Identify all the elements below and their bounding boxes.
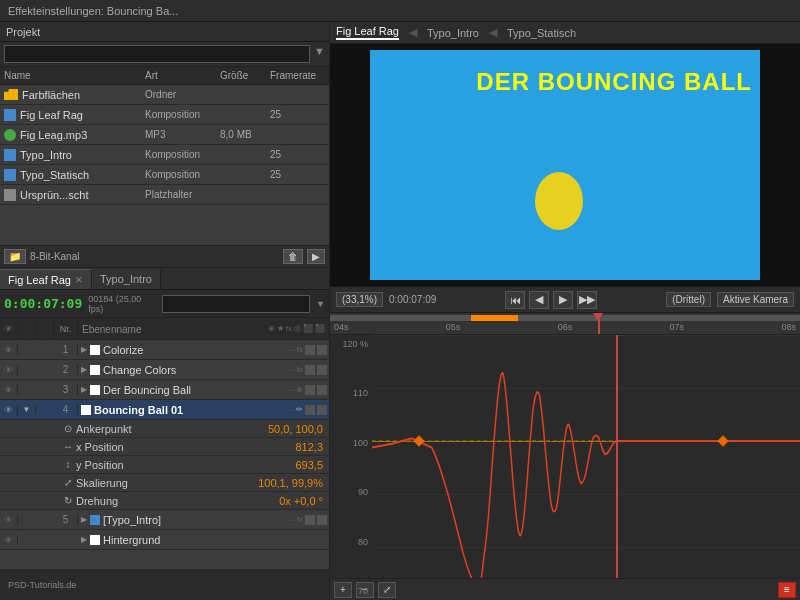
play-pause-button[interactable]: ▶ (553, 291, 573, 309)
expand-arrow-icon[interactable]: ▶ (81, 385, 87, 394)
item-size: 8,0 MB (220, 129, 270, 140)
rotation-icon: ↻ (60, 495, 76, 506)
expand-col-icon[interactable]: ▼ (23, 405, 31, 414)
quality-dropdown[interactable]: (Drittel) (666, 292, 711, 307)
item-fps: 25 (270, 149, 325, 160)
sub-property-row[interactable]: ↔ x Position 812,3 (0, 438, 329, 456)
comp-icon (4, 109, 16, 121)
graph-label-80: 80 (332, 537, 368, 547)
sub-property-row[interactable]: ⤢ Skalierung 100,1, 99,9% (0, 474, 329, 492)
project-header: Projekt (0, 22, 329, 42)
layer-row[interactable]: 👁 2 ▶ Change Colors — fx (0, 360, 329, 380)
eye-icon[interactable]: 👁 (4, 365, 13, 375)
timeline-graph: 04s 05s 06s 07s 08s 120 % (330, 312, 800, 600)
layer-color-box (90, 385, 100, 395)
layer-row-selected[interactable]: 👁 ▼ 4 Bouncing Ball 01 — (0, 400, 329, 420)
composition-view: DER BOUNCING BALL (370, 50, 760, 280)
preview-tab-typo-statisch[interactable]: Typo_Statisch (507, 27, 576, 39)
eye-icon[interactable]: 👁 (4, 345, 13, 355)
preview-tab-typo-intro[interactable]: Typo_Intro (427, 27, 479, 39)
mp3-icon (4, 129, 16, 141)
new-folder-button[interactable]: 📁 (4, 249, 26, 264)
zoom-dropdown[interactable]: (33,1%) (336, 292, 383, 307)
comp-icon (4, 169, 16, 181)
project-search-input[interactable] (4, 45, 310, 63)
sub-property-row[interactable]: ↕ y Position 693,5 (0, 456, 329, 474)
tab-fig-leaf-rag[interactable]: Fig Leaf Rag ✕ (0, 269, 92, 289)
layer-color-box (90, 515, 100, 525)
item-name: Fig Leaf Rag (20, 109, 83, 121)
placeholder-icon (4, 189, 16, 201)
sub-prop-value[interactable]: 0x +0,0 ° (279, 495, 329, 507)
tab-typo-intro[interactable]: Typo_Intro (92, 269, 161, 289)
play-button[interactable]: ⏮ (505, 291, 525, 309)
eye-icon[interactable]: 👁 (4, 515, 13, 525)
next-frame-button[interactable]: ▶▶ (577, 291, 597, 309)
list-item[interactable]: Fig Leaf Rag Komposition 25 (0, 105, 329, 125)
layer-row[interactable]: 👁 1 ▶ Colorize — fx (0, 340, 329, 360)
item-fps: 25 (270, 169, 325, 180)
prev-frame-button[interactable]: ◀ (529, 291, 549, 309)
layer-row[interactable]: 👁 3 ▶ Der Bouncing Ball — ⊕ (0, 380, 329, 400)
expand-arrow-icon[interactable]: ▶ (81, 535, 87, 544)
graph-label-70: 70 (332, 586, 368, 596)
sub-prop-value[interactable]: 50,0, 100,0 (268, 423, 329, 435)
eye-icon[interactable]: 👁 (4, 385, 13, 395)
sub-prop-value[interactable]: 812,3 (295, 441, 329, 453)
list-item[interactable]: Farbflächen Ordner (0, 85, 329, 105)
item-name: Fig Leag.mp3 (20, 129, 87, 141)
list-item[interactable]: Fig Leag.mp3 MP3 8,0 MB (0, 125, 329, 145)
graph-fit[interactable]: ⤢ (378, 582, 396, 598)
close-icon[interactable]: ✕ (75, 275, 83, 285)
expand-arrow-icon[interactable]: ▶ (81, 515, 87, 524)
timeline-search-input[interactable] (162, 295, 310, 313)
sub-prop-label: Drehung (76, 495, 279, 507)
list-item[interactable]: Typo_Intro Komposition 25 (0, 145, 329, 165)
graph-bottom-bar: + − ⤢ ≡ (330, 578, 800, 600)
sub-prop-label: y Position (76, 459, 295, 471)
list-item[interactable]: Ursprün...scht Platzhalter (0, 185, 329, 205)
delete-button[interactable]: 🗑 (283, 249, 303, 264)
graph-svg (372, 335, 800, 600)
graph-label-120: 120 % (332, 339, 368, 349)
tab-label: Fig Leaf Rag (8, 274, 71, 286)
sub-property-row[interactable]: ⊙ Ankerpunkt 50,0, 100,0 (0, 420, 329, 438)
right-arrow-button[interactable]: ▶ (307, 249, 325, 264)
layer-row[interactable]: 👁 5 ▶ [Typo_Intro] — fx (0, 510, 329, 530)
sub-prop-value[interactable]: 693,5 (295, 459, 329, 471)
sub-prop-value[interactable]: 100,1, 99,9% (258, 477, 329, 489)
sub-prop-label: Ankerpunkt (76, 423, 268, 435)
camera-dropdown[interactable]: Aktive Kamera (717, 292, 794, 307)
num-col-header: Nr. (60, 324, 72, 334)
layer-row (0, 550, 329, 570)
timecode-display[interactable]: 0:00:07:09 (4, 296, 82, 311)
item-type: Platzhalter (145, 189, 220, 200)
bouncing-ball (535, 172, 583, 230)
layer-row[interactable]: 👁 ▶ Hintergrund (0, 530, 329, 550)
expand-arrow-icon[interactable]: ▶ (81, 365, 87, 374)
layer-color-box (90, 365, 100, 375)
sub-property-row[interactable]: ↻ Drehung 0x +0,0 ° (0, 492, 329, 510)
col-art: Art (145, 70, 220, 81)
expand-arrow-icon[interactable]: ▶ (81, 345, 87, 354)
eye-icon[interactable]: 👁 (4, 405, 13, 415)
graph-playhead[interactable] (616, 335, 618, 600)
eye-icon[interactable]: 👁 (4, 535, 13, 545)
preview-area: Fig Leaf Rag ◀ Typo_Intro ◀ Typo_Statisc… (330, 22, 800, 312)
ruler-mark-04s: 04s (334, 322, 349, 332)
sub-prop-label: Skalierung (76, 477, 258, 489)
search-dropdown-icon[interactable]: ▼ (316, 299, 325, 309)
bottom-logo-area: PSD-Tutorials.de (0, 570, 329, 600)
timeline-ruler: 04s 05s 06s 07s 08s (330, 313, 800, 335)
item-name: Typo_Statisch (20, 169, 89, 181)
list-item[interactable]: Typo_Statisch Komposition 25 (0, 165, 329, 185)
layer-color-box (81, 405, 91, 415)
top-bar-title: Effekteinstellungen: Bouncing Ba... (8, 5, 178, 17)
ruler-mark-08s: 08s (781, 322, 796, 332)
timeline-left: Fig Leaf Rag ✕ Typo_Intro 0:00:07:09 001… (0, 268, 329, 600)
graph-options[interactable]: ≡ (778, 582, 796, 598)
bit-depth-label: 8-Bit-Kanal (30, 251, 79, 262)
preview-tabs: Fig Leaf Rag ◀ Typo_Intro ◀ Typo_Statisc… (330, 22, 800, 44)
preview-tab-fig-leaf[interactable]: Fig Leaf Rag (336, 25, 399, 40)
layer-name: Change Colors (103, 364, 176, 376)
